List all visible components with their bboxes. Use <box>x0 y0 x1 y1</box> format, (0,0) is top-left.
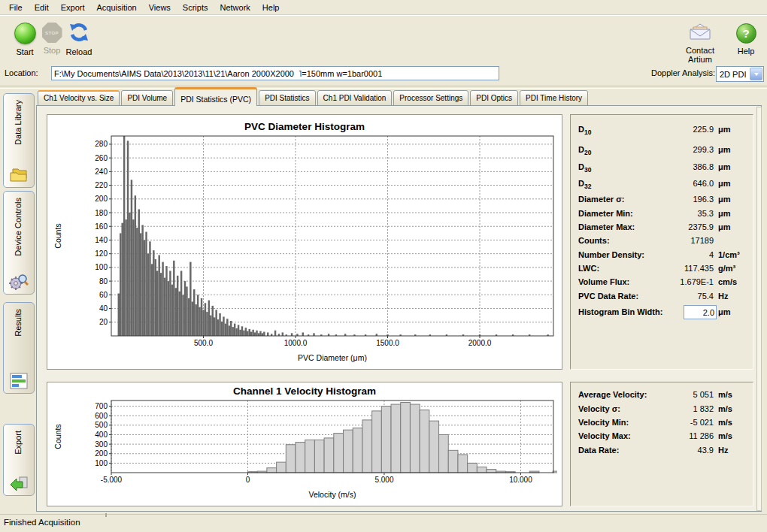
stat-diameter-min-unit: μm <box>718 209 731 218</box>
menu-item-acquisition[interactable]: Acquisition <box>91 1 143 14</box>
svg-text:700: 700 <box>95 402 108 410</box>
status-text: Finished Acquisition <box>4 518 80 527</box>
stat-histogram-bin-width: Histogram Bin Width:μm <box>571 307 753 319</box>
menu-item-network[interactable]: Network <box>214 1 256 14</box>
stat-diameter-unit: μm <box>718 195 731 204</box>
stat-d10: D10225.9μm <box>571 125 753 137</box>
menu-item-scripts[interactable]: Scripts <box>177 1 214 14</box>
svg-text:120: 120 <box>95 249 108 258</box>
stat-volume-flux-label: Volume Flux: <box>578 277 629 286</box>
stat-counts: Counts:17189 <box>571 236 753 248</box>
svg-text:140: 140 <box>95 236 108 244</box>
help-button[interactable]: ? Help <box>726 20 766 56</box>
stat-average-velocity-unit: m/s <box>718 390 732 399</box>
stat-number-density: Number Density:41/cm³ <box>571 250 753 262</box>
stat-histogram-bin-width-label: Histogram Bin Width: <box>578 307 662 316</box>
svg-text:40: 40 <box>99 304 108 313</box>
vertical-splitter[interactable] <box>756 107 762 511</box>
stat-number-density-value: 4 <box>643 250 714 259</box>
svg-text:200: 200 <box>95 195 108 203</box>
stat-diameter-value: 196.3 <box>643 195 714 204</box>
stat-number-density-unit: 1/cm³ <box>718 250 740 259</box>
stat-data-rate-label: Data Rate: <box>578 446 619 455</box>
sidebar-item-data-library[interactable]: Data Library <box>3 93 35 188</box>
menu-item-views[interactable]: Views <box>143 1 177 14</box>
svg-text:-5.000: -5.000 <box>101 476 123 484</box>
gears-icon <box>9 273 29 291</box>
stat-velocity: Velocity σ:1 832m/s <box>571 404 753 416</box>
application-window: FileEditExportAcquisitionViewsScriptsNet… <box>0 0 767 532</box>
svg-text:100: 100 <box>95 263 108 271</box>
stat-pvc-data-rate-unit: Hz <box>718 292 728 301</box>
menu-item-help[interactable]: Help <box>256 1 286 14</box>
tab-processor-settings[interactable]: Processor Settings <box>393 90 468 106</box>
chevron-down-icon[interactable] <box>750 68 762 80</box>
menu-item-export[interactable]: Export <box>55 1 91 14</box>
menu-item-file[interactable]: File <box>3 1 29 14</box>
help-label: Help <box>726 47 766 56</box>
bar-chart-icon <box>9 372 29 390</box>
velocity-histogram-svg: 100200300400500600700-5.00005.00010.000V… <box>52 396 557 507</box>
reload-icon <box>68 22 89 43</box>
contact-artium-button[interactable]: Contact Artium <box>674 20 726 64</box>
doppler-analysis-value: 2D PDI <box>717 70 746 79</box>
svg-text:Counts: Counts <box>53 424 62 449</box>
tab-pdi-optics[interactable]: PDI Optics <box>470 90 518 106</box>
sidebar-item-results[interactable]: Results <box>3 302 35 394</box>
stat-data-rate-unit: Hz <box>718 446 728 455</box>
svg-text:PVC Diameter (μm): PVC Diameter (μm) <box>298 353 367 362</box>
contact-artium-label: Contact Artium <box>674 46 726 64</box>
stat-lwc-value: 117.435 <box>643 264 714 273</box>
stat-average-velocity-label: Average Velocity: <box>578 390 647 399</box>
folders-icon <box>9 166 29 184</box>
tab-pdi-statistics-pvc[interactable]: PDI Statistics (PVC) <box>174 87 257 106</box>
pvc-stats-panel: D10225.9μmD20299.3μmD30386.8μmD32646.0μm… <box>570 114 753 370</box>
export-arrow-icon <box>9 474 29 492</box>
location-field[interactable] <box>51 66 499 80</box>
svg-text:1000.0: 1000.0 <box>284 339 308 347</box>
velocity-chart-title: Channel 1 Velocity Histogram <box>47 385 562 397</box>
tab-pdi-statistics[interactable]: PDI Statistics <box>259 90 315 106</box>
tab-pdi-volume[interactable]: PDI Volume <box>121 90 173 106</box>
stat-diameter-min-value: 35.3 <box>643 209 714 218</box>
sidebar-item-device-controls[interactable]: Device Controls <box>3 191 35 295</box>
stat-d10-unit: μm <box>718 125 731 134</box>
stat-velocity-unit: m/s <box>718 404 732 413</box>
stat-average-velocity: Average Velocity:5 051m/s <box>571 390 753 402</box>
stat-lwc-unit: g/m³ <box>718 264 735 273</box>
menu-bar: FileEditExportAcquisitionViewsScriptsNet… <box>0 0 767 15</box>
stat-d32-label: D32 <box>578 179 591 190</box>
stat-diameter-min-label: Diameter Min: <box>578 209 633 218</box>
stat-diameter-min: Diameter Min:35.3μm <box>571 209 753 221</box>
device-controls-label: Device Controls <box>14 198 24 256</box>
pvc-histogram-panel: PVC Diameter Histogram 20406080100120140… <box>47 114 562 370</box>
stat-diameter-max-unit: μm <box>718 222 731 231</box>
sidebar-item-export[interactable]: Export <box>3 424 35 496</box>
results-label: Results <box>14 309 24 337</box>
stat-velocity-min-unit: m/s <box>718 418 732 427</box>
stat-velocity-max-label: Velocity Max: <box>578 431 631 440</box>
status-bar: Finished Acquisition <box>0 514 767 532</box>
tab-pdi-time-history[interactable]: PDI Time History <box>520 90 588 106</box>
svg-text:Counts: Counts <box>53 223 62 248</box>
svg-text:80: 80 <box>99 277 108 286</box>
stat-d20: D20299.3μm <box>571 145 753 157</box>
help-icon: ? <box>736 23 756 44</box>
svg-text:240: 240 <box>95 168 108 176</box>
tab-ch1-pdi-validation[interactable]: Ch1 PDI Validation <box>317 90 393 106</box>
doppler-analysis-select[interactable]: 2D PDI <box>716 66 764 82</box>
histogram-bin-width-input[interactable] <box>684 305 717 319</box>
location-label: Location: <box>5 68 38 77</box>
tab-ch1-velocity-vs-size[interactable]: Ch1 Velocity vs. Size <box>38 90 120 106</box>
data-library-label: Data Library <box>14 100 24 145</box>
stat-volume-flux: Volume Flux:1.679E-1cm/s <box>571 277 753 289</box>
svg-text:Velocity (m/s): Velocity (m/s) <box>308 490 356 499</box>
stat-counts-label: Counts: <box>578 236 610 245</box>
svg-text:500: 500 <box>95 421 108 429</box>
pvc-histogram-svg-bars <box>118 136 549 336</box>
stat-volume-flux-value: 1.679E-1 <box>643 277 714 286</box>
stat-velocity-max: Velocity Max:11 286m/s <box>571 431 753 443</box>
reload-button[interactable]: Reload <box>59 20 99 56</box>
export-label: Export <box>14 431 24 455</box>
menu-item-edit[interactable]: Edit <box>29 1 55 14</box>
